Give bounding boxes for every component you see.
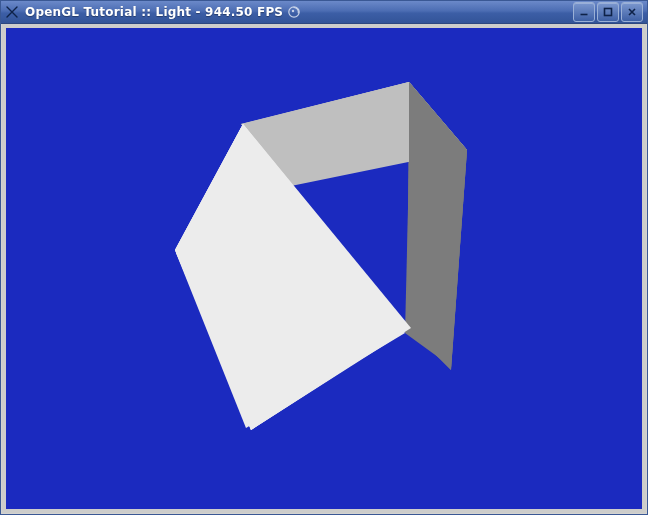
minimize-icon [579, 7, 589, 17]
lit-cube [161, 68, 501, 448]
svg-point-0 [289, 7, 299, 17]
client-frame [2, 24, 646, 513]
app-x-icon [1, 1, 23, 23]
titlebar[interactable]: OpenGL Tutorial :: Light - 944.50 FPS [1, 1, 647, 24]
gl-viewport [6, 28, 642, 509]
svg-rect-2 [605, 9, 612, 16]
close-icon [627, 7, 637, 17]
gecko-swirl-icon [287, 5, 301, 19]
maximize-button[interactable] [597, 2, 619, 22]
close-button[interactable] [621, 2, 643, 22]
window-buttons [572, 2, 644, 22]
face-right-final2 [409, 82, 467, 370]
maximize-icon [603, 7, 613, 17]
svg-point-1 [292, 10, 294, 12]
minimize-button[interactable] [573, 2, 595, 22]
window-title: OpenGL Tutorial :: Light - 944.50 FPS [23, 5, 283, 19]
app-window: OpenGL Tutorial :: Light - 944.50 FPS [0, 0, 648, 515]
